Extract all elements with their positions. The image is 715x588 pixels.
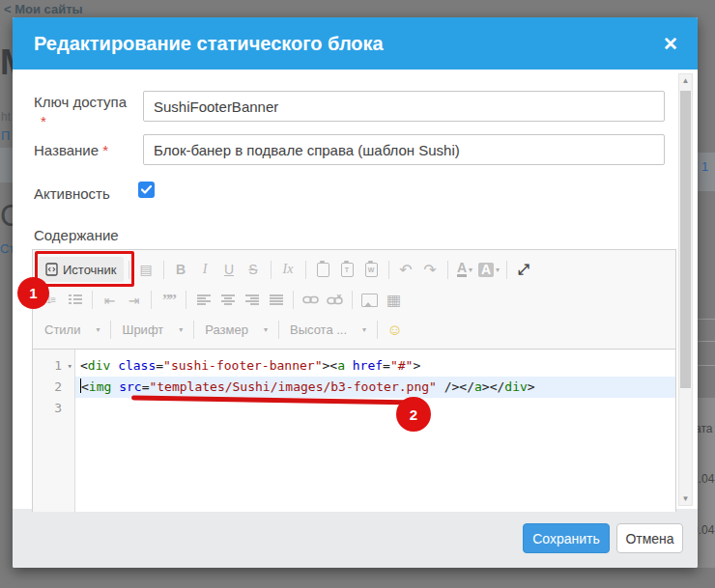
blockquote-icon[interactable]: ”” (157, 288, 181, 312)
toolbar-separator (447, 261, 448, 279)
toolbar-separator (278, 321, 279, 339)
unlink-icon[interactable] (323, 288, 347, 312)
align-right-icon[interactable] (245, 294, 259, 305)
align-justify-icon[interactable] (270, 294, 283, 305)
background-link-top[interactable]: П (1, 128, 10, 143)
table-icon[interactable]: ▦ (382, 288, 406, 312)
content-label: Содержание (34, 227, 119, 243)
toolbar-separator (377, 321, 378, 339)
undo-icon[interactable]: ↶ (394, 258, 418, 282)
access-key-required-mark: * (41, 113, 46, 129)
fold-arrow-icon[interactable]: ▾ (68, 355, 72, 377)
breadcrumb[interactable]: < Мои сайты (4, 2, 83, 16)
toolbar-separator (352, 291, 353, 309)
paste-icon[interactable] (317, 263, 329, 277)
toolbar-separator (151, 291, 152, 309)
maximize-icon[interactable]: ⤢ (512, 258, 536, 282)
background-page-number: 1 (701, 159, 708, 174)
italic-icon[interactable]: I (193, 258, 217, 282)
wysiwyg-editor: Источник ▤ B I U S Ix T W ↶ (32, 249, 676, 512)
strikethrough-icon[interactable]: S (242, 258, 266, 282)
decrease-indent-icon[interactable]: ⇤ (98, 288, 122, 312)
background-tab-bar (0, 148, 13, 182)
link-icon[interactable] (299, 288, 323, 312)
code-gutter: 1▾23 (33, 350, 75, 512)
modal-title: Редактирование статического блока (34, 33, 384, 55)
redo-icon[interactable]: ↷ (418, 258, 443, 282)
align-left-icon[interactable] (197, 294, 211, 305)
remove-format-icon[interactable]: Ix (276, 258, 300, 282)
edit-static-block-modal: Редактирование статического блока ✕ Ключ… (13, 17, 698, 568)
background-row-divider (698, 365, 715, 366)
image-icon[interactable] (361, 294, 378, 307)
increase-indent-icon[interactable]: ⇥ (122, 288, 146, 312)
modal-scrollbar[interactable]: ▲ ▼ (678, 73, 693, 506)
smiley-icon[interactable]: ☺ (383, 318, 407, 342)
line-height-dropdown-label: Высота ... (290, 322, 347, 337)
paste-as-text-icon[interactable]: T (341, 263, 354, 277)
annotation-box-source (35, 251, 134, 287)
code-lines[interactable]: <div class="sushi-footer-banner"><a href… (75, 350, 675, 512)
styles-dropdown-label: Стили (44, 322, 80, 337)
link-glyph (302, 295, 319, 304)
toolbar-separator (163, 261, 164, 279)
templates-icon[interactable]: ▤ (134, 258, 158, 282)
name-required-mark: * (102, 142, 108, 158)
activity-checkbox[interactable] (138, 182, 155, 198)
scrollbar-thumb[interactable] (680, 91, 691, 388)
chevron-down-icon: ▾ (96, 325, 100, 334)
access-key-input[interactable] (143, 91, 665, 122)
size-dropdown-label: Размер (205, 322, 248, 337)
toolbar-row-3: Стили▾ Шрифт▾ Размер▾ Высота ...▾ ☺ (33, 314, 675, 344)
line-height-dropdown[interactable]: Высота ...▾ (284, 320, 372, 341)
text-color-icon[interactable]: A (457, 262, 467, 277)
modal-footer: Сохранить Отмена (13, 509, 698, 568)
toolbar-separator (186, 291, 186, 309)
chevron-down-icon: ▾ (264, 325, 268, 334)
unlink-glyph (327, 294, 343, 305)
background-color-icon[interactable]: A (478, 263, 494, 277)
code-line[interactable]: <img src="templates/Sushi/images/b3-foot… (75, 377, 675, 398)
toolbar-separator (271, 261, 272, 279)
name-label: Название * (34, 142, 108, 158)
paste-from-word-icon[interactable]: W (365, 263, 378, 277)
scroll-down-icon[interactable]: ▼ (679, 494, 692, 503)
font-dropdown[interactable]: Шрифт▾ (116, 320, 188, 341)
line-number: 3 (33, 398, 74, 419)
cancel-button[interactable]: Отмена (616, 523, 683, 553)
styles-dropdown[interactable]: Стили▾ (39, 320, 105, 341)
chevron-down-icon: ▾ (179, 325, 183, 334)
name-label-text: Название (34, 142, 99, 158)
line-number: 2 (33, 377, 74, 398)
modal-body: Ключ доступа * Название * Активность Сод… (13, 70, 698, 509)
underline-icon[interactable]: U (217, 258, 242, 282)
checkmark-icon (141, 185, 152, 194)
close-icon[interactable]: ✕ (663, 35, 678, 53)
chevron-down-icon[interactable]: ▾ (496, 266, 500, 274)
chevron-down-icon[interactable]: ▾ (469, 266, 472, 274)
code-line[interactable]: <div class="sushi-footer-banner"><a href… (75, 355, 675, 377)
background-site-url: ht (1, 110, 11, 124)
bold-icon[interactable]: B (169, 258, 193, 282)
scroll-up-icon[interactable]: ▲ (679, 76, 692, 85)
bullet-list-icon[interactable] (69, 294, 82, 305)
source-code-area[interactable]: 1▾23 <div class="sushi-footer-banner"><a… (33, 349, 675, 512)
save-button[interactable]: Сохранить (523, 523, 610, 553)
toolbar-separator (305, 261, 306, 279)
toolbar-separator (388, 261, 389, 279)
activity-label: Активность (34, 185, 110, 202)
font-dropdown-label: Шрифт (122, 322, 163, 337)
access-key-label: Ключ доступа (34, 94, 127, 110)
toolbar-separator (293, 291, 294, 309)
toolbar-separator (92, 291, 93, 309)
toolbar-row-2: 1≡ ⇤ ⇥ ”” (33, 284, 675, 314)
background-row-divider (698, 319, 715, 320)
annotation-step-2: 2 (396, 397, 431, 432)
toolbar-separator (506, 261, 507, 279)
name-input[interactable] (143, 134, 665, 165)
align-center-icon[interactable] (221, 294, 235, 305)
annotation-step-1: 1 (17, 277, 49, 309)
toolbar-separator (110, 321, 111, 339)
size-dropdown[interactable]: Размер▾ (199, 320, 273, 341)
chevron-down-icon: ▾ (362, 325, 366, 334)
